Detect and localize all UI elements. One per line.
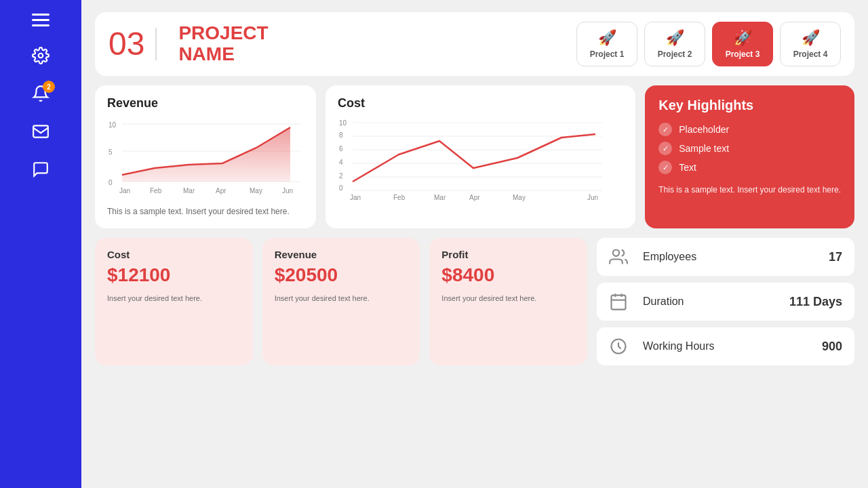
cost-title: Cost [338,96,623,110]
hours-row: Working Hours 900 [597,327,854,365]
duration-label: Duration [643,296,780,308]
employees-value: 17 [829,250,842,264]
highlights-card: Key Highlights ✓ Placeholder ✓ Sample te… [645,85,854,228]
svg-text:4: 4 [339,159,343,166]
chat-icon[interactable] [32,161,50,178]
svg-text:0: 0 [339,184,343,192]
svg-text:0: 0 [108,179,113,186]
rocket-icon-1: 🚀 [598,29,616,47]
bell-icon[interactable]: 2 [32,85,50,102]
hours-label: Working Hours [643,340,812,352]
cost-metric-desc: Insert your desired text here. [107,293,241,304]
check-icon-1: ✓ [658,123,672,136]
cost-metric-label: Cost [107,249,241,260]
svg-point-0 [39,54,43,58]
tab-project2[interactable]: 🚀 Project 2 [644,22,705,66]
svg-rect-34 [612,296,626,310]
svg-text:Mar: Mar [183,187,195,195]
cost-metric-card: Cost $12100 Insert your desired text her… [95,238,253,365]
svg-text:2: 2 [339,172,343,180]
svg-text:Mar: Mar [434,194,446,201]
svg-marker-8 [122,127,290,182]
highlight-item-3: ✓ Text [658,161,841,174]
project-tabs: 🚀 Project 1 🚀 Project 2 🚀 Project 3 🚀 Pr… [576,22,841,66]
svg-text:5: 5 [108,148,113,156]
svg-point-33 [613,250,619,256]
mail-icon[interactable] [32,123,50,140]
svg-rect-1 [33,125,48,137]
sidebar: 2 [0,0,81,488]
cost-metric-value: $12100 [107,264,241,286]
svg-text:Jan: Jan [119,187,130,195]
duration-value: 111 Days [789,295,842,309]
revenue-description: This is a sample text. Insert your desir… [107,205,304,218]
svg-text:Apr: Apr [216,187,226,195]
charts-row: Revenue 10 5 0 [95,85,854,228]
tab-project4[interactable]: 🚀 Project 4 [780,22,841,66]
svg-text:Jan: Jan [350,194,361,201]
project-number: 03 [108,28,157,60]
employees-row: Employees 17 [597,238,854,276]
revenue-card: Revenue 10 5 0 [95,85,316,228]
revenue-chart-area: 10 5 0 [107,117,304,199]
duration-row: Duration 111 Days [597,283,854,321]
rocket-icon-4: 🚀 [802,29,820,47]
rocket-icon-2: 🚀 [666,29,684,47]
svg-text:6: 6 [339,145,343,152]
tab-project1[interactable]: 🚀 Project 1 [576,22,637,66]
settings-icon[interactable] [32,47,50,64]
notification-badge: 2 [43,81,55,93]
highlights-title: Key Highlights [658,98,841,113]
calendar-icon [609,292,633,311]
svg-text:8: 8 [339,131,343,139]
svg-text:May: May [250,187,262,195]
highlight-item-1: ✓ Placeholder [658,123,841,136]
employees-icon [609,247,633,266]
rocket-icon-3: 🚀 [734,29,752,47]
check-icon-3: ✓ [658,161,672,174]
revenue-metric-desc: Insert your desired text here. [275,293,408,304]
highlight-item-2: ✓ Sample text [658,142,841,155]
svg-text:Feb: Feb [393,194,406,201]
header-row: 03 PROJECT NAME 🚀 Project 1 🚀 Project 2 … [95,12,854,76]
revenue-metric-card: Revenue $20500 Insert your desired text … [262,238,420,365]
cost-chart-area: 10 8 6 4 2 0 Jan Feb [338,117,623,205]
employees-label: Employees [643,251,819,263]
svg-text:10: 10 [108,121,117,129]
svg-text:10: 10 [339,119,347,127]
profit-metric-desc: Insert your desired text here. [441,293,575,304]
hours-value: 900 [822,340,842,354]
profit-metric-card: Profit $8400 Insert your desired text he… [429,238,587,365]
cost-card: Cost 10 8 6 4 2 0 [326,85,635,228]
profit-metric-value: $8400 [441,264,575,286]
check-icon-2: ✓ [658,142,672,155]
project-title: PROJECT NAME [167,23,566,65]
revenue-metric-label: Revenue [275,249,408,260]
main-content: 03 PROJECT NAME 🚀 Project 1 🚀 Project 2 … [81,0,868,488]
svg-text:Jun: Jun [587,194,598,201]
clock-icon [609,337,633,356]
menu-icon[interactable] [32,14,50,26]
highlights-description: This is a sample text. Insert your desir… [658,184,841,196]
svg-text:Jun: Jun [282,187,293,195]
svg-text:May: May [513,194,526,201]
stats-row: Cost $12100 Insert your desired text her… [95,238,854,365]
profit-metric-label: Profit [441,249,575,260]
tab-project3[interactable]: 🚀 Project 3 [712,22,773,66]
svg-text:Feb: Feb [150,187,162,195]
revenue-title: Revenue [107,96,304,110]
revenue-metric-value: $20500 [275,264,408,286]
info-panel: Employees 17 Duration 111 Days [597,238,854,365]
svg-text:Apr: Apr [469,194,480,201]
